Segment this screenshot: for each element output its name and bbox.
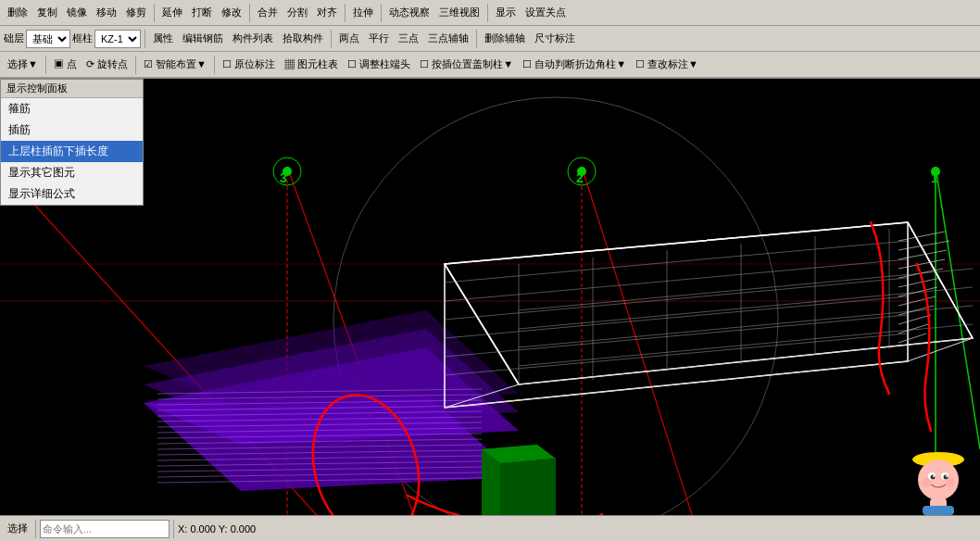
adjust-col-end-button[interactable]: ☐ 调整柱端头 bbox=[344, 57, 414, 72]
svg-point-73 bbox=[283, 167, 292, 176]
bottom-bar: 选择 X: 0.000 Y: 0.000 bbox=[0, 515, 980, 541]
layer-label: 础层 bbox=[4, 31, 24, 45]
bottom-select-button[interactable]: 选择 bbox=[4, 521, 31, 536]
bot-sep2 bbox=[173, 520, 174, 538]
copy-button[interactable]: 复制 bbox=[33, 5, 61, 20]
left-panel: 显示控制面板 箍筋 插筋 上层柱插筋下插长度 显示其它图元 显示详细公式 bbox=[0, 79, 144, 206]
mirror-button[interactable]: 镜像 bbox=[63, 5, 91, 20]
sep5 bbox=[487, 4, 488, 22]
svg-point-85 bbox=[944, 475, 949, 480]
break-button[interactable]: 打断 bbox=[188, 5, 216, 20]
rotate-point-button[interactable]: ⟳ 旋转点 bbox=[82, 57, 132, 72]
merge-button[interactable]: 合并 bbox=[254, 5, 282, 20]
svg-point-75 bbox=[931, 167, 940, 176]
viewport[interactable]: 3 2 1 bbox=[0, 79, 980, 515]
type-label: 框柱 bbox=[72, 31, 93, 45]
panel-item-upper-col[interactable]: 上层柱插筋下插长度 bbox=[1, 141, 143, 162]
left-panel-title: 显示控制面板 bbox=[1, 80, 143, 98]
toolbar-row2: 础层 基础 框柱 KZ-1 属性 编辑钢筋 构件列表 拾取构件 两点 平行 三点… bbox=[0, 26, 980, 52]
panel-item-insert[interactable]: 插筋 bbox=[1, 120, 143, 141]
insert-position-button[interactable]: ☐ 按插位置盖制柱▼ bbox=[416, 57, 517, 72]
svg-point-88 bbox=[922, 478, 931, 487]
delete-button[interactable]: 删除 bbox=[4, 5, 31, 20]
display-button[interactable]: 显示 bbox=[492, 5, 520, 20]
panel-item-show-formula[interactable]: 显示详细公式 bbox=[1, 183, 143, 205]
command-input[interactable] bbox=[40, 520, 170, 538]
svg-point-84 bbox=[931, 475, 936, 480]
svg-point-74 bbox=[577, 167, 586, 176]
sep3 bbox=[345, 4, 346, 22]
bot-sep1 bbox=[35, 520, 36, 538]
svg-marker-56 bbox=[500, 459, 556, 515]
sep4 bbox=[381, 4, 382, 22]
sep9 bbox=[45, 56, 46, 74]
dimension-button[interactable]: 尺寸标注 bbox=[531, 31, 579, 46]
mascot bbox=[897, 432, 980, 515]
extend-button[interactable]: 延伸 bbox=[158, 5, 186, 20]
svg-rect-91 bbox=[923, 506, 954, 515]
set-point-button[interactable]: 设置关点 bbox=[521, 5, 570, 20]
smart-layout-button[interactable]: ☑ 智能布置▼ bbox=[140, 57, 210, 72]
check-annotation-button[interactable]: ☐ 查改标注▼ bbox=[632, 57, 702, 72]
svg-point-86 bbox=[933, 475, 935, 477]
select-button[interactable]: 选择▼ bbox=[4, 57, 42, 72]
point-button[interactable]: ▣ 点 bbox=[50, 57, 81, 72]
pick-component-button[interactable]: 拾取构件 bbox=[279, 31, 327, 46]
original-annotation-button[interactable]: ☐ 原位标注 bbox=[219, 57, 279, 72]
sep1 bbox=[154, 4, 155, 22]
toolbar-row1: 删除 复制 镜像 移动 修剪 延伸 打断 修改 合并 分割 对齐 拉伸 动态视察… bbox=[0, 0, 980, 26]
type-select[interactable]: KZ-1 bbox=[94, 30, 141, 48]
sep10 bbox=[135, 56, 136, 74]
svg-point-87 bbox=[946, 475, 948, 477]
component-list-button[interactable]: 构件列表 bbox=[229, 31, 277, 46]
align-button[interactable]: 对齐 bbox=[313, 5, 341, 20]
col-table-button[interactable]: ▦ 图元柱表 bbox=[281, 57, 342, 72]
move-button[interactable]: 移动 bbox=[93, 5, 120, 20]
sep6 bbox=[144, 30, 145, 48]
delete-axis-button[interactable]: 删除辅轴 bbox=[481, 31, 529, 46]
sep7 bbox=[331, 30, 332, 48]
property-button[interactable]: 属性 bbox=[149, 31, 177, 46]
panel-item-hoop[interactable]: 箍筋 bbox=[1, 98, 143, 120]
toolbar-row3: 选择▼ ▣ 点 ⟳ 旋转点 ☑ 智能布置▼ ☐ 原位标注 ▦ 图元柱表 ☐ 调整… bbox=[0, 52, 980, 78]
coords-display: X: 0.000 Y: 0.000 bbox=[178, 523, 256, 535]
modify-button[interactable]: 修改 bbox=[218, 5, 245, 20]
two-point-button[interactable]: 两点 bbox=[335, 31, 363, 46]
scene-svg: 3 2 1 bbox=[0, 79, 980, 515]
three-point-button[interactable]: 三点 bbox=[395, 31, 422, 46]
sep8 bbox=[476, 30, 477, 48]
sep11 bbox=[214, 56, 215, 74]
edit-rebar-button[interactable]: 编辑钢筋 bbox=[179, 31, 227, 46]
three-point-axis-button[interactable]: 三点辅轴 bbox=[424, 31, 472, 46]
split-button[interactable]: 分割 bbox=[283, 5, 311, 20]
stretch-button[interactable]: 拉伸 bbox=[349, 5, 377, 20]
3d-view-button[interactable]: 三维视图 bbox=[435, 5, 484, 20]
panel-item-show-others[interactable]: 显示其它图元 bbox=[1, 162, 143, 183]
parallel-button[interactable]: 平行 bbox=[365, 31, 393, 46]
svg-point-89 bbox=[946, 478, 955, 487]
trim-button[interactable]: 修剪 bbox=[122, 5, 150, 20]
sep2 bbox=[249, 4, 250, 22]
layer-select[interactable]: 基础 bbox=[26, 30, 70, 48]
dynamic-view-button[interactable]: 动态视察 bbox=[385, 5, 433, 20]
toolbar-container: 删除 复制 镜像 移动 修剪 延伸 打断 修改 合并 分割 对齐 拉伸 动态视察… bbox=[0, 0, 980, 79]
auto-judge-button[interactable]: ☐ 自动判断折边角柱▼ bbox=[519, 57, 630, 72]
